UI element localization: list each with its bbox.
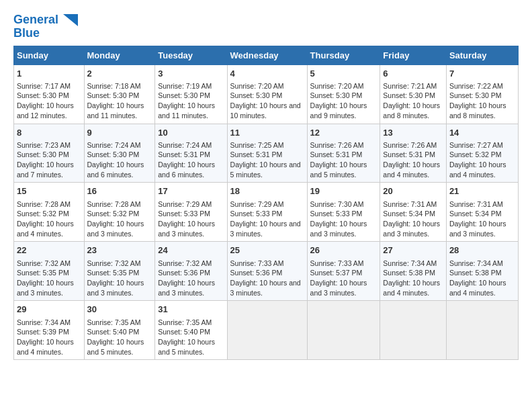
calendar-cell: 22Sunrise: 7:32 AMSunset: 5:35 PMDayligh… — [14, 242, 85, 301]
calendar-cell: 27Sunrise: 7:34 AMSunset: 5:38 PMDayligh… — [380, 242, 447, 301]
calendar-cell: 2Sunrise: 7:18 AMSunset: 5:30 PMDaylight… — [84, 64, 155, 124]
day-number: 8 — [17, 127, 81, 139]
day-number: 26 — [310, 244, 378, 257]
calendar-cell: 17Sunrise: 7:29 AMSunset: 5:33 PMDayligh… — [155, 183, 227, 242]
calendar-cell: 30Sunrise: 7:35 AMSunset: 5:40 PMDayligh… — [84, 301, 155, 360]
calendar-cell: 21Sunrise: 7:31 AMSunset: 5:34 PMDayligh… — [446, 183, 518, 242]
day-number: 11 — [230, 127, 304, 139]
calendar-cell: 4Sunrise: 7:20 AMSunset: 5:30 PMDaylight… — [227, 64, 307, 124]
calendar-cell: 13Sunrise: 7:26 AMSunset: 5:31 PMDayligh… — [380, 124, 447, 183]
calendar-week-row: 8Sunrise: 7:23 AMSunset: 5:30 PMDaylight… — [14, 124, 519, 183]
header-wednesday: Wednesday — [227, 46, 307, 64]
day-number: 9 — [87, 127, 152, 139]
svg-marker-0 — [63, 14, 78, 26]
header-monday: Monday — [84, 46, 155, 64]
day-number: 3 — [158, 68, 224, 80]
calendar-cell: 1Sunrise: 7:17 AMSunset: 5:30 PMDaylight… — [14, 64, 85, 124]
calendar-cell — [307, 301, 380, 360]
header-friday: Friday — [380, 46, 447, 64]
day-number: 15 — [17, 185, 81, 197]
day-number: 12 — [310, 127, 378, 139]
calendar-cell: 16Sunrise: 7:28 AMSunset: 5:32 PMDayligh… — [84, 183, 155, 242]
logo-chevron-icon — [63, 14, 78, 26]
calendar-cell: 8Sunrise: 7:23 AMSunset: 5:30 PMDaylight… — [14, 124, 85, 183]
calendar-week-row: 1Sunrise: 7:17 AMSunset: 5:30 PMDaylight… — [14, 64, 519, 124]
calendar-cell: 24Sunrise: 7:32 AMSunset: 5:36 PMDayligh… — [155, 242, 227, 301]
day-number: 10 — [158, 127, 224, 139]
day-number: 20 — [383, 185, 443, 197]
calendar-cell: 11Sunrise: 7:25 AMSunset: 5:31 PMDayligh… — [227, 124, 307, 183]
header-thursday: Thursday — [307, 46, 380, 64]
calendar-cell — [446, 301, 518, 360]
page-header: General Blue — [13, 13, 519, 40]
calendar-cell: 15Sunrise: 7:28 AMSunset: 5:32 PMDayligh… — [14, 183, 85, 242]
day-number: 4 — [230, 68, 304, 80]
calendar-cell: 31Sunrise: 7:35 AMSunset: 5:40 PMDayligh… — [155, 301, 227, 360]
logo: General Blue — [13, 13, 78, 40]
calendar-cell — [227, 301, 307, 360]
day-number: 14 — [449, 127, 515, 139]
calendar-cell: 25Sunrise: 7:33 AMSunset: 5:36 PMDayligh… — [227, 242, 307, 301]
calendar-week-row: 29Sunrise: 7:34 AMSunset: 5:39 PMDayligh… — [14, 301, 519, 360]
day-number: 29 — [17, 304, 81, 316]
day-number: 16 — [87, 185, 152, 197]
day-number: 21 — [449, 185, 515, 197]
calendar-cell: 7Sunrise: 7:22 AMSunset: 5:30 PMDaylight… — [446, 64, 518, 124]
calendar-cell: 18Sunrise: 7:29 AMSunset: 5:33 PMDayligh… — [227, 183, 307, 242]
calendar-cell — [380, 301, 447, 360]
calendar-table: SundayMondayTuesdayWednesdayThursdayFrid… — [13, 46, 519, 361]
day-number: 7 — [449, 68, 515, 80]
calendar-cell: 10Sunrise: 7:24 AMSunset: 5:31 PMDayligh… — [155, 124, 227, 183]
calendar-cell: 26Sunrise: 7:33 AMSunset: 5:37 PMDayligh… — [307, 242, 380, 301]
day-number: 17 — [158, 185, 224, 197]
calendar-cell: 3Sunrise: 7:19 AMSunset: 5:30 PMDaylight… — [155, 64, 227, 124]
calendar-cell: 23Sunrise: 7:32 AMSunset: 5:35 PMDayligh… — [84, 242, 155, 301]
calendar-cell: 5Sunrise: 7:20 AMSunset: 5:30 PMDaylight… — [307, 64, 380, 124]
logo-blue: Blue — [13, 27, 40, 40]
day-number: 19 — [310, 185, 378, 197]
logo-general: General — [13, 13, 58, 26]
day-number: 28 — [449, 244, 515, 257]
day-number: 23 — [87, 244, 152, 257]
day-number: 6 — [383, 68, 443, 80]
day-number: 27 — [383, 244, 443, 257]
day-number: 25 — [230, 244, 304, 257]
calendar-header-row: SundayMondayTuesdayWednesdayThursdayFrid… — [14, 46, 519, 64]
calendar-cell: 6Sunrise: 7:21 AMSunset: 5:30 PMDaylight… — [380, 64, 447, 124]
calendar-cell: 29Sunrise: 7:34 AMSunset: 5:39 PMDayligh… — [14, 301, 85, 360]
header-saturday: Saturday — [446, 46, 518, 64]
day-number: 22 — [17, 244, 81, 257]
day-number: 2 — [87, 68, 152, 80]
calendar-cell: 20Sunrise: 7:31 AMSunset: 5:34 PMDayligh… — [380, 183, 447, 242]
calendar-cell: 12Sunrise: 7:26 AMSunset: 5:31 PMDayligh… — [307, 124, 380, 183]
day-number: 5 — [310, 68, 378, 80]
calendar-cell: 19Sunrise: 7:30 AMSunset: 5:33 PMDayligh… — [307, 183, 380, 242]
day-number: 30 — [87, 304, 152, 316]
day-number: 31 — [158, 304, 224, 316]
day-number: 18 — [230, 185, 304, 197]
calendar-cell: 9Sunrise: 7:24 AMSunset: 5:30 PMDaylight… — [84, 124, 155, 183]
day-number: 13 — [383, 127, 443, 139]
day-number: 24 — [158, 244, 224, 257]
day-number: 1 — [17, 68, 81, 80]
calendar-cell: 28Sunrise: 7:34 AMSunset: 5:38 PMDayligh… — [446, 242, 518, 301]
header-tuesday: Tuesday — [155, 46, 227, 64]
header-sunday: Sunday — [14, 46, 85, 64]
calendar-week-row: 15Sunrise: 7:28 AMSunset: 5:32 PMDayligh… — [14, 183, 519, 242]
calendar-cell: 14Sunrise: 7:27 AMSunset: 5:32 PMDayligh… — [446, 124, 518, 183]
calendar-week-row: 22Sunrise: 7:32 AMSunset: 5:35 PMDayligh… — [14, 242, 519, 301]
